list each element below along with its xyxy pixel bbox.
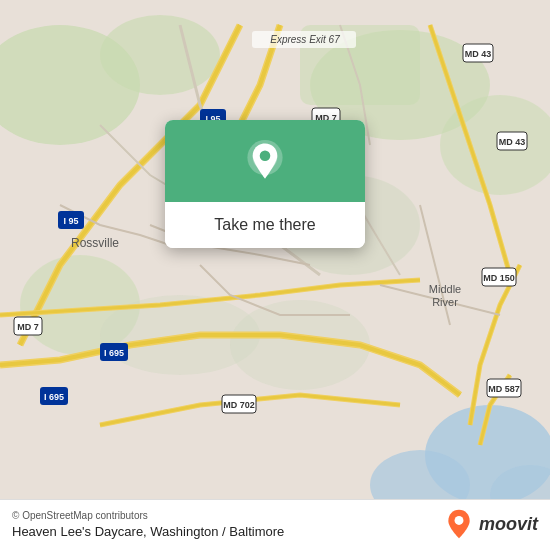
take-me-there-button[interactable]: Take me there [165,202,365,248]
svg-text:MD 43: MD 43 [465,49,492,59]
moovit-text: moovit [479,514,538,535]
popup-card: Take me there [165,120,365,248]
svg-text:MD 7: MD 7 [17,322,39,332]
svg-text:MD 587: MD 587 [488,384,520,394]
moovit-logo: moovit [445,508,538,540]
svg-text:Rossville: Rossville [71,236,119,250]
bottom-bar: © OpenStreetMap contributors Heaven Lee'… [0,499,550,550]
svg-text:I 695: I 695 [104,348,124,358]
svg-point-42 [260,151,271,162]
svg-text:I 695: I 695 [44,392,64,402]
svg-text:Middle: Middle [429,283,461,295]
bottom-left: © OpenStreetMap contributors Heaven Lee'… [12,510,284,539]
svg-text:MD 150: MD 150 [483,273,515,283]
svg-text:I 95: I 95 [63,216,78,226]
svg-point-2 [100,15,220,95]
map-svg: Express Exit 67 I 95 I 95 MD 7 MD 7 MD 4… [0,0,550,550]
moovit-pin-icon [445,508,473,540]
attribution: © OpenStreetMap contributors [12,510,284,521]
location-pin-icon [243,140,287,184]
map-container: Express Exit 67 I 95 I 95 MD 7 MD 7 MD 4… [0,0,550,550]
svg-text:MD 702: MD 702 [223,400,255,410]
place-info: Heaven Lee's Daycare, Washington / Balti… [12,524,284,539]
svg-point-43 [455,516,464,525]
svg-text:River: River [432,296,458,308]
svg-text:MD 43: MD 43 [499,137,526,147]
popup-green-area [165,120,365,202]
svg-text:Express Exit 67: Express Exit 67 [270,34,340,45]
